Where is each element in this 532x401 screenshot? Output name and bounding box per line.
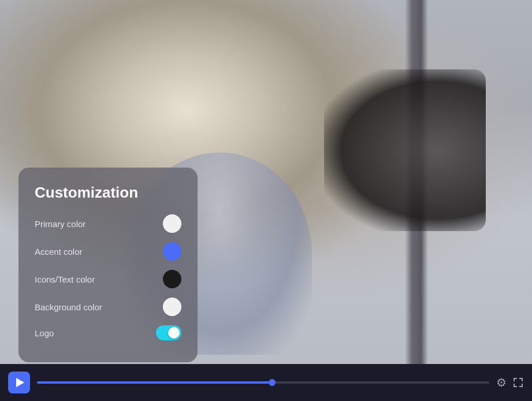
logo-toggle[interactable] [156, 325, 181, 340]
play-button[interactable] [8, 372, 30, 393]
accent-color-label: Accent color [35, 247, 83, 257]
video-container: Customization Primary color Accent color… [0, 0, 532, 401]
icons-text-color-label: Icons/Text color [35, 274, 95, 284]
primary-color-label: Primary color [35, 219, 85, 229]
icons-text-color-row: Icons/Text color [35, 270, 181, 288]
background-color-swatch[interactable] [163, 298, 181, 316]
toggle-track [156, 325, 181, 340]
primary-color-row: Primary color [35, 214, 181, 233]
settings-icon[interactable]: ⚙ [496, 376, 507, 389]
fullscreen-icon[interactable] [512, 377, 524, 388]
progress-bar[interactable] [37, 381, 489, 384]
primary-color-swatch[interactable] [163, 214, 181, 233]
camera-decor [324, 69, 486, 231]
controls-right: ⚙ [496, 376, 524, 389]
logo-label: Logo [35, 328, 54, 338]
progress-thumb [269, 379, 276, 386]
play-icon [16, 378, 24, 387]
background-color-label: Background color [35, 302, 102, 312]
video-controls-bar: ⚙ [0, 364, 532, 401]
logo-row: Logo [35, 325, 181, 340]
accent-color-swatch[interactable] [163, 242, 181, 261]
panel-title: Customization [35, 184, 181, 202]
background-color-row: Background color [35, 298, 181, 316]
progress-filled [37, 381, 272, 384]
toggle-thumb [168, 327, 180, 339]
customization-panel: Customization Primary color Accent color… [18, 168, 198, 362]
icons-text-color-swatch[interactable] [163, 270, 181, 288]
accent-color-row: Accent color [35, 242, 181, 261]
